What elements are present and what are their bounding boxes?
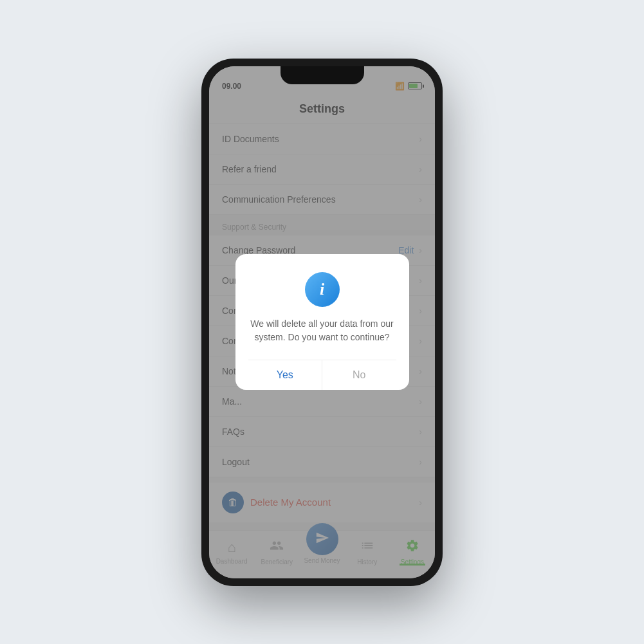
- dialog-buttons: Yes No: [248, 360, 396, 390]
- phone-device: 09.00 📶 Settings ID Documents › Refe: [201, 59, 443, 586]
- phone-screen: 09.00 📶 Settings ID Documents › Refe: [209, 66, 435, 578]
- dialog-yes-button[interactable]: Yes: [248, 360, 323, 390]
- dialog-overlay: i We will delete all your data from our …: [209, 66, 435, 578]
- dialog-message: We will delete all your data from our sy…: [248, 317, 396, 344]
- info-icon: i: [320, 280, 324, 299]
- confirmation-dialog: i We will delete all your data from our …: [235, 254, 409, 390]
- info-icon-circle: i: [305, 272, 340, 307]
- dialog-no-button[interactable]: No: [322, 360, 396, 390]
